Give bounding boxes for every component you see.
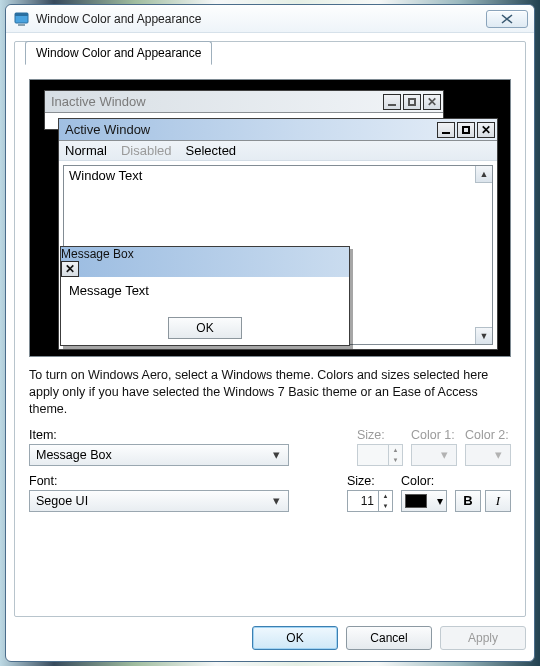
spin-down-icon: ▼ — [389, 455, 402, 465]
tab-strip: Window Color and Appearance — [25, 41, 212, 65]
item-label: Item: — [29, 428, 349, 442]
size2-label: Size: — [347, 474, 393, 488]
font-color-picker[interactable]: ▾ — [401, 490, 447, 512]
color2-picker: ▾ — [465, 444, 511, 466]
color1-picker: ▾ — [411, 444, 457, 466]
description-text: To turn on Windows Aero, select a Window… — [29, 367, 511, 418]
titlebar[interactable]: Window Color and Appearance — [6, 5, 534, 33]
maximize-icon[interactable] — [457, 122, 475, 138]
font-size-spinner[interactable]: 11 ▲▼ — [347, 490, 393, 512]
chevron-down-icon: ▾ — [268, 445, 284, 465]
size1-label: Size: — [357, 428, 403, 442]
cancel-button[interactable]: Cancel — [346, 626, 432, 650]
dialog-button-row: OK Cancel Apply — [14, 623, 526, 653]
item-value: Message Box — [36, 448, 112, 462]
active-title-text: Active Window — [65, 122, 150, 137]
font-combobox[interactable]: Segoe UI ▾ — [29, 490, 289, 512]
minimize-icon[interactable] — [437, 122, 455, 138]
preview-menu-bar[interactable]: Normal Disabled Selected — [59, 141, 497, 161]
chevron-down-icon: ▾ — [268, 491, 284, 511]
msgbox-title-text: Message Box — [61, 247, 134, 261]
close-icon[interactable]: ✕ — [477, 122, 495, 138]
menu-item-selected[interactable]: Selected — [186, 143, 237, 158]
color1-label: Color 1: — [411, 428, 457, 442]
chevron-down-icon: ▾ — [436, 445, 452, 465]
client-area: Window Color and Appearance Inactive Win… — [14, 41, 526, 617]
msgbox-text: Message Text — [61, 277, 349, 304]
font-label: Font: — [29, 474, 339, 488]
msgbox-ok-button[interactable]: OK — [168, 317, 242, 339]
fontcolor-label: Color: — [401, 474, 447, 488]
size2-value: 11 — [348, 491, 378, 511]
svg-rect-2 — [18, 24, 25, 26]
tab-content: Inactive Window ✕ Active Window — [15, 65, 525, 616]
size1-value — [358, 445, 388, 465]
inactive-title-text: Inactive Window — [51, 94, 146, 109]
ok-button[interactable]: OK — [252, 626, 338, 650]
tab-label: Window Color and Appearance — [36, 46, 201, 60]
bold-button[interactable]: B — [455, 490, 481, 512]
window-text: Window Text — [64, 166, 492, 185]
spin-up-icon[interactable]: ▲ — [379, 491, 392, 501]
menu-item-disabled: Disabled — [121, 143, 172, 158]
msgbox-caption[interactable]: Message Box ✕ — [61, 247, 349, 277]
close-icon[interactable]: ✕ — [423, 94, 441, 110]
window-title: Window Color and Appearance — [36, 12, 201, 26]
scroll-up-icon[interactable]: ▲ — [475, 166, 492, 183]
svg-rect-1 — [15, 13, 28, 16]
color2-label: Color 2: — [465, 428, 511, 442]
menu-item-normal[interactable]: Normal — [65, 143, 107, 158]
appearance-form: Item: Message Box ▾ Size: ▲▼ — [29, 428, 511, 512]
preview-message-box[interactable]: Message Box ✕ Message Text OK — [60, 246, 350, 346]
active-caption[interactable]: Active Window ✕ — [59, 119, 497, 141]
chevron-down-icon: ▾ — [490, 445, 506, 465]
apply-button: Apply — [440, 626, 526, 650]
close-icon[interactable]: ✕ — [61, 261, 79, 277]
font-value: Segoe UI — [36, 494, 88, 508]
maximize-icon[interactable] — [403, 94, 421, 110]
minimize-icon[interactable] — [383, 94, 401, 110]
tab-color-appearance[interactable]: Window Color and Appearance — [25, 41, 212, 65]
item-combobox[interactable]: Message Box ▾ — [29, 444, 289, 466]
app-icon — [14, 11, 30, 27]
spin-down-icon[interactable]: ▼ — [379, 501, 392, 511]
spin-up-icon: ▲ — [389, 445, 402, 455]
close-button[interactable] — [486, 10, 528, 28]
chevron-down-icon: ▾ — [437, 494, 443, 508]
item-size-spinner: ▲▼ — [357, 444, 403, 466]
font-color-swatch — [405, 494, 427, 508]
italic-button[interactable]: I — [485, 490, 511, 512]
preview-area[interactable]: Inactive Window ✕ Active Window — [29, 79, 511, 357]
inactive-caption[interactable]: Inactive Window ✕ — [45, 91, 443, 113]
dialog-window: Window Color and Appearance Window Color… — [5, 4, 535, 662]
scroll-down-icon[interactable]: ▼ — [475, 327, 492, 344]
